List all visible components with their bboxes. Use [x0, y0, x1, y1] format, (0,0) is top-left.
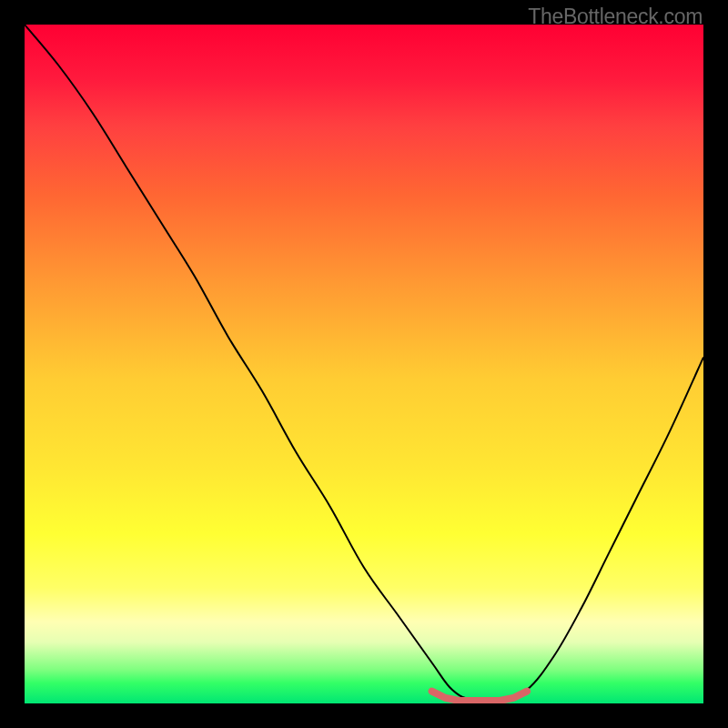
optimal-marker: [432, 692, 527, 701]
attribution-text: TheBottleneck.com: [528, 5, 703, 29]
bottleneck-curve: [25, 25, 703, 702]
chart-svg: [25, 25, 703, 703]
chart-container: TheBottleneck.com: [0, 0, 728, 728]
plot-area: [25, 25, 703, 703]
